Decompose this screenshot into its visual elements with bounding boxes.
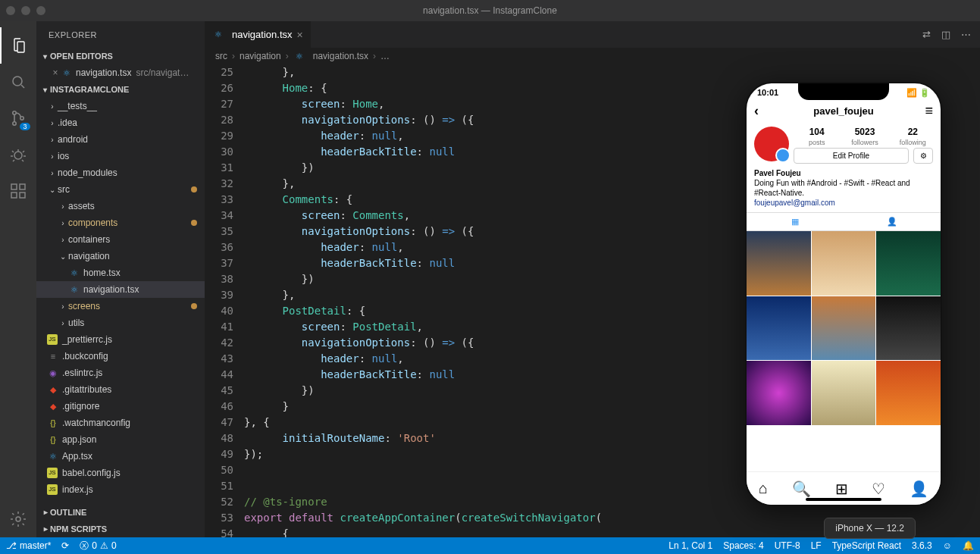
file-home-tsx[interactable]: ⚛home.tsx	[36, 264, 205, 281]
compare-changes-icon[interactable]: ⇄	[922, 29, 931, 40]
explorer-sidebar: EXPLORER ▾OPEN EDITORS × ⚛ navigation.ts…	[36, 21, 205, 537]
folder-idea[interactable]: ›.idea	[36, 114, 205, 131]
grid-photo[interactable]	[747, 296, 811, 361]
activity-bar: 3	[0, 21, 36, 537]
status-cursor-position[interactable]: Ln 1, Col 1	[668, 540, 712, 551]
window-maximize-dot[interactable]	[36, 6, 45, 15]
window-close-dot[interactable]	[6, 6, 15, 15]
file-gitattributes[interactable]: ◆.gitattributes	[36, 381, 205, 398]
activity-settings-icon[interactable]	[0, 501, 36, 537]
open-editor-item[interactable]: × ⚛ navigation.tsx src/navigat…	[36, 64, 205, 81]
grid-tab-icon[interactable]: ▦	[747, 213, 844, 230]
folder-screens[interactable]: ›screens	[36, 298, 205, 315]
grid-photo[interactable]	[747, 231, 811, 296]
menu-icon[interactable]: ≡	[925, 103, 933, 119]
grid-photo[interactable]	[812, 361, 876, 425]
status-encoding[interactable]: UTF-8	[775, 540, 800, 551]
device-simulator: 10:01 📶 🔋 ‹ pavel_foujeu ≡ 104posts 5023…	[745, 82, 942, 506]
npm-scripts-header[interactable]: ▾NPM SCRIPTS	[36, 521, 205, 537]
grid-photo[interactable]	[876, 296, 941, 361]
nav-search-icon[interactable]: 🔍	[792, 480, 811, 498]
grid-photo[interactable]	[876, 231, 941, 296]
status-feedback-icon[interactable]: ☺	[943, 540, 952, 551]
svg-rect-5	[11, 184, 17, 189]
outline-header[interactable]: ▾OUTLINE	[36, 504, 205, 521]
tab-navigation-tsx[interactable]: ⚛ navigation.tsx ×	[205, 21, 312, 48]
folder-node-modules[interactable]: ›node_modules	[36, 164, 205, 181]
file-prettierrc[interactable]: JS_prettierrc.js	[36, 331, 205, 348]
react-file-icon: ⚛	[212, 30, 224, 39]
file-gitignore[interactable]: ◆.gitignore	[36, 398, 205, 415]
profile-email-link[interactable]: foujeupavel@gmail.com	[754, 199, 835, 207]
status-sync[interactable]: ⟳	[61, 540, 69, 551]
folder-components[interactable]: ›components	[36, 214, 205, 231]
status-bar: ⎇ master* ⟳ ⓧ 0 ⚠ 0 Ln 1, Col 1 Spaces: …	[0, 537, 980, 554]
grid-photo[interactable]	[876, 361, 941, 425]
photo-grid	[747, 231, 941, 425]
tab-close-icon[interactable]: ×	[297, 29, 303, 41]
line-number-gutter: 2526272829303132333435363738394041424344…	[205, 64, 244, 537]
activity-scm-icon[interactable]: 3	[0, 100, 36, 136]
edit-profile-button[interactable]: Edit Profile	[794, 148, 909, 164]
folder-containers[interactable]: ›containers	[36, 231, 205, 248]
file-buckconfig[interactable]: ≡.buckconfig	[36, 348, 205, 365]
svg-point-2	[13, 122, 16, 125]
activity-extensions-icon[interactable]	[0, 173, 36, 209]
nav-add-icon[interactable]: ⊞	[835, 480, 848, 498]
nav-profile-icon[interactable]: 👤	[910, 480, 928, 498]
grid-photo[interactable]	[747, 361, 811, 425]
svg-rect-8	[20, 184, 25, 189]
scm-badge: 3	[20, 123, 30, 130]
file-index-js[interactable]: JSindex.js	[36, 481, 205, 498]
folder-navigation[interactable]: ⌄navigation	[36, 248, 205, 264]
status-language[interactable]: TypeScript React	[832, 540, 901, 551]
breadcrumbs[interactable]: src› navigation› ⚛ navigation.tsx› …	[205, 48, 980, 64]
folder-utils[interactable]: ›utils	[36, 315, 205, 331]
open-editors-header[interactable]: ▾OPEN EDITORS	[36, 48, 205, 64]
svg-point-4	[14, 152, 22, 159]
file-app-tsx[interactable]: ⚛App.tsx	[36, 448, 205, 465]
split-editor-icon[interactable]: ◫	[941, 29, 950, 40]
profile-avatar[interactable]	[754, 127, 789, 161]
svg-point-9	[16, 517, 20, 521]
modified-indicator-icon	[191, 303, 197, 309]
folder-android[interactable]: ›android	[36, 131, 205, 148]
status-ts-version[interactable]: 3.6.3	[912, 540, 932, 551]
status-bell-icon[interactable]: 🔔	[963, 540, 974, 551]
file-tree: ›__tests__ ›.idea ›android ›ios ›node_mo…	[36, 98, 205, 504]
svg-rect-6	[11, 192, 17, 198]
folder-tests[interactable]: ›__tests__	[36, 98, 205, 114]
device-label: iPhone X — 12.2	[824, 518, 916, 539]
activity-search-icon[interactable]	[0, 64, 36, 100]
nav-heart-icon[interactable]: ♡	[872, 480, 885, 498]
sidebar-title: EXPLORER	[36, 21, 205, 48]
settings-gear-icon[interactable]: ⚙	[913, 148, 933, 164]
grid-photo[interactable]	[812, 231, 876, 296]
folder-ios[interactable]: ›ios	[36, 148, 205, 164]
tagged-tab-icon[interactable]: 👤	[844, 213, 941, 230]
svg-point-3	[20, 117, 23, 120]
back-icon[interactable]: ‹	[754, 103, 759, 119]
activity-explorer-icon[interactable]	[0, 27, 36, 64]
status-indentation[interactable]: Spaces: 4	[723, 540, 763, 551]
more-actions-icon[interactable]: ⋯	[961, 29, 971, 40]
nav-home-icon[interactable]: ⌂	[759, 480, 768, 497]
status-eol[interactable]: LF	[811, 540, 822, 551]
tab-bar: ⚛ navigation.tsx × ⇄ ◫ ⋯	[205, 21, 980, 48]
file-babel-config[interactable]: JSbabel.config.js	[36, 465, 205, 481]
phone-header: ‹ pavel_foujeu ≡	[747, 99, 941, 122]
activity-debug-icon[interactable]	[0, 136, 36, 173]
file-navigation-tsx[interactable]: ⚛navigation.tsx	[36, 281, 205, 298]
grid-photo[interactable]	[812, 296, 876, 361]
file-eslintrc[interactable]: ◉.eslintrc.js	[36, 365, 205, 381]
project-header[interactable]: ▾INSTAGRAMCLONE	[36, 81, 205, 98]
window-minimize-dot[interactable]	[21, 6, 30, 15]
status-branch[interactable]: ⎇ master*	[6, 540, 51, 551]
home-indicator	[806, 498, 881, 501]
status-problems[interactable]: ⓧ 0 ⚠ 0	[80, 540, 116, 552]
file-app-json[interactable]: {}app.json	[36, 431, 205, 448]
profile-bio: Pavel Foujeu Doing Fun with #Android - #…	[747, 168, 941, 212]
file-watchmanconfig[interactable]: {}.watchmanconfig	[36, 415, 205, 431]
folder-assets[interactable]: ›assets	[36, 198, 205, 214]
folder-src[interactable]: ⌄src	[36, 181, 205, 198]
